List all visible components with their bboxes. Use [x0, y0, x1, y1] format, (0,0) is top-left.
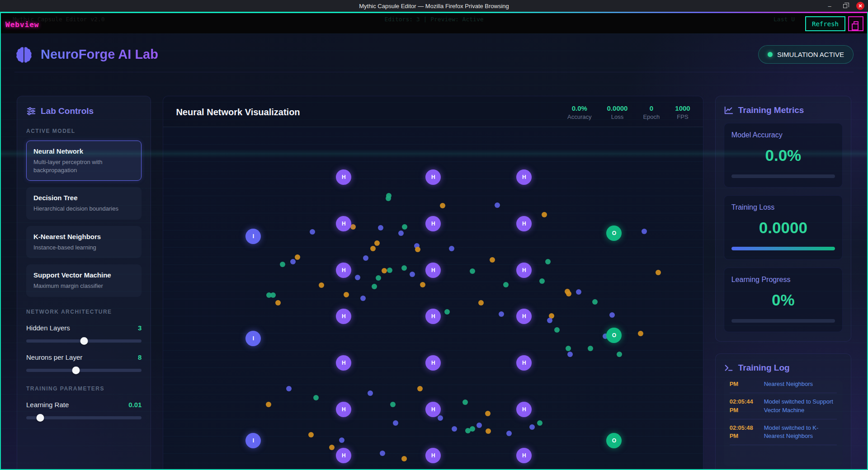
app-page: NeuroForge AI Lab SIMULATION ACTIVE Lab …	[1, 33, 867, 469]
data-point-dot	[503, 282, 509, 287]
slider-row: Learning Rate0.01	[26, 401, 142, 409]
data-point-dot	[319, 282, 324, 288]
data-point-dot	[440, 203, 445, 208]
stat-label: FPS	[675, 113, 690, 120]
popout-icon	[854, 21, 859, 26]
data-point-dot	[393, 420, 398, 426]
active-model-label: ACTIVE MODEL	[26, 128, 142, 134]
data-point-dot	[499, 311, 504, 317]
training-log-panel: Training Log 02:05:43 PMModel switched t…	[715, 353, 851, 469]
slider-control[interactable]	[26, 414, 142, 421]
model-name: Decision Tree	[33, 194, 134, 202]
log-message: Model switched to K-Nearest Neighbors	[764, 424, 837, 440]
metric-bar-track	[731, 319, 835, 323]
lab-controls-panel: Lab Controls ACTIVE MODEL Neural Network…	[17, 96, 151, 469]
data-point-dot	[398, 230, 404, 236]
lab-controls-header: Lab Controls	[26, 106, 142, 116]
lab-controls-title: Lab Controls	[41, 106, 94, 116]
model-card[interactable]: Support Vector MachineMaximum margin cla…	[26, 264, 142, 297]
data-point-dot	[275, 300, 281, 306]
ghost-last-updated: Last U	[774, 16, 795, 23]
slider-thumb[interactable]	[36, 414, 44, 422]
brain-logo-icon	[14, 45, 33, 64]
data-point-dot	[609, 312, 615, 318]
slider-label: Neurons per Layer	[26, 353, 82, 361]
control-sections: NETWORK ARCHITECTUREHidden Layers3Neuron…	[26, 309, 142, 421]
model-name: Support Vector Machine	[33, 271, 134, 279]
model-card[interactable]: Neural NetworkMulti-layer perceptron wit…	[26, 141, 142, 181]
data-point-dot	[506, 431, 512, 436]
metric-label: Training Loss	[731, 203, 835, 212]
log-list[interactable]: 02:05:43 PMModel switched to K-Nearest N…	[724, 380, 843, 466]
metric-card: Learning Progress0%	[724, 268, 843, 332]
window-title: Mythic Capsule Editor — Mozilla Firefox …	[359, 3, 509, 9]
control-section-label: TRAINING PARAMETERS	[26, 385, 142, 392]
model-card[interactable]: Decision TreeHierarchical decision bound…	[26, 187, 142, 220]
stat-value: 0.0%	[567, 104, 591, 112]
hidden-node: H	[516, 216, 532, 231]
data-point-dot	[486, 428, 491, 434]
stat-value: 0.0000	[607, 104, 628, 112]
data-point-dot	[387, 268, 392, 273]
metric-value: 0.0%	[731, 146, 835, 164]
data-point-dot	[401, 456, 407, 461]
data-point-dot	[485, 411, 491, 416]
restore-icon	[843, 4, 847, 8]
data-point-dot	[350, 224, 356, 230]
training-metrics-title: Training Metrics	[738, 105, 804, 115]
slider-label: Hidden Layers	[26, 324, 70, 332]
data-point-dot	[390, 402, 396, 407]
output-node: O	[606, 328, 622, 343]
visualization-panel: Neural Network Visualization 0.0%Accurac…	[163, 96, 703, 469]
hidden-node: H	[516, 309, 532, 324]
model-name: K-Nearest Neighbors	[33, 233, 134, 240]
model-card[interactable]: K-Nearest NeighborsInstance-based learni…	[26, 226, 142, 258]
data-point-dot	[360, 296, 366, 301]
metric-bar-fill	[731, 247, 835, 250]
metric-bar-track	[731, 247, 835, 250]
popout-button[interactable]	[848, 16, 863, 31]
brand: NeuroForge AI Lab	[14, 45, 158, 64]
training-log-title: Training Log	[738, 363, 790, 373]
data-point-dot	[529, 424, 535, 430]
hidden-node: H	[516, 448, 532, 463]
data-point-dot	[376, 275, 381, 281]
log-entry: 02:05:43 PMModel switched to K-Nearest N…	[730, 380, 837, 393]
network-canvas: IIIHHHHHHHHHHHHHHHHHHHHHOOO	[163, 127, 703, 469]
metric-value: 0.0000	[731, 219, 835, 237]
data-point-dot	[588, 346, 593, 351]
data-point-dot	[308, 432, 314, 437]
log-message: Model switched to Support Vector Machine	[764, 398, 837, 414]
data-point-dot	[547, 318, 552, 323]
data-point-dot	[386, 193, 392, 198]
data-point-dot	[270, 292, 276, 298]
output-node: O	[606, 433, 622, 448]
hidden-node: H	[516, 169, 532, 185]
hidden-node: H	[425, 355, 441, 371]
slider-thumb[interactable]	[72, 367, 80, 374]
data-point-dot	[490, 257, 495, 263]
metric-value: 0%	[731, 291, 835, 309]
input-node: I	[245, 331, 261, 346]
hidden-node: H	[336, 448, 351, 463]
output-node: O	[606, 226, 622, 241]
data-point-dot	[638, 331, 643, 336]
slider-thumb[interactable]	[80, 337, 88, 345]
slider-control[interactable]	[26, 337, 142, 344]
data-point-dot	[374, 240, 380, 246]
model-desc: Hierarchical decision boundaries	[33, 205, 134, 213]
data-point-dot	[415, 247, 420, 252]
minimize-button[interactable]: –	[826, 2, 834, 10]
slider-row: Hidden Layers3	[26, 324, 142, 332]
slider-track[interactable]	[26, 369, 142, 372]
data-point-dot	[344, 292, 349, 297]
data-point-dot	[566, 346, 571, 351]
slider-control[interactable]	[26, 367, 142, 374]
close-button[interactable]: ✕	[856, 2, 864, 10]
refresh-button[interactable]: Refresh	[805, 16, 845, 31]
restore-button[interactable]	[841, 2, 849, 10]
stat-value: 0	[643, 104, 660, 112]
hidden-node: H	[516, 402, 532, 417]
hidden-node: H	[516, 263, 532, 278]
data-point-dot	[402, 224, 407, 230]
